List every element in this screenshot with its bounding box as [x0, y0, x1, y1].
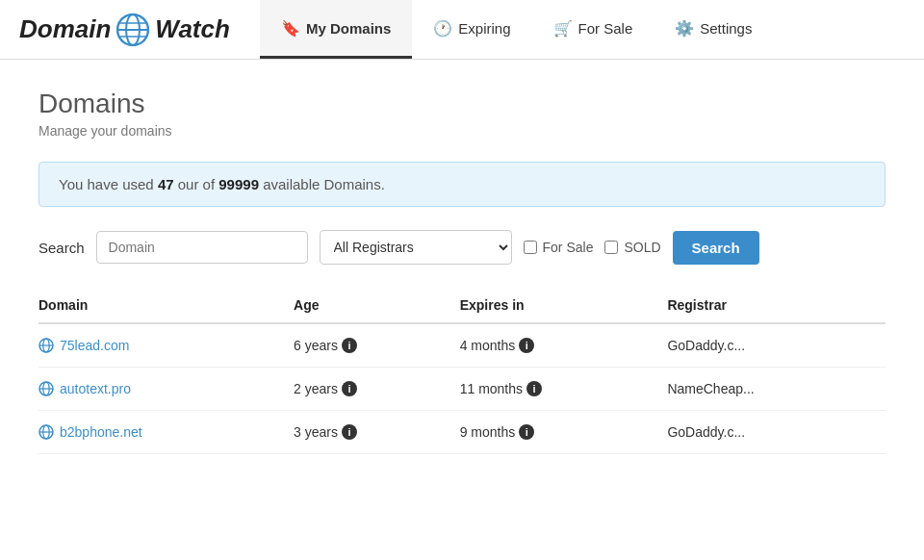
- col-expires: Expires in: [460, 288, 668, 323]
- banner-prefix: You have used: [59, 176, 158, 192]
- expires-info-icon-1[interactable]: i: [526, 381, 542, 396]
- domain-globe-icon-0: [38, 338, 54, 353]
- nav-item-expiring-label: Expiring: [458, 20, 510, 37]
- registrar-value-1: NameCheap...: [667, 381, 754, 396]
- cell-domain-0: 75lead.com: [38, 323, 294, 368]
- domain-name-0: 75lead.com: [60, 338, 129, 353]
- sold-checkbox[interactable]: [604, 241, 618, 254]
- logo[interactable]: Domain Watch: [0, 0, 260, 59]
- nav-item-settings[interactable]: ⚙️ Settings: [654, 0, 773, 59]
- table-row: 75lead.com 6 years i 4 months i GoDaddy.…: [38, 323, 886, 368]
- age-value-0: 6 years: [294, 338, 338, 353]
- nav-item-my-domains-label: My Domains: [306, 20, 391, 37]
- for-sale-label: For Sale: [543, 240, 594, 255]
- cell-expires-2: 9 months i: [460, 411, 668, 454]
- banner-used: 47: [158, 176, 174, 192]
- table-header: Domain Age Expires in Registrar: [38, 288, 886, 323]
- domain-globe-icon-1: [38, 381, 54, 396]
- domain-name-2: b2bphone.net: [60, 424, 142, 440]
- nav-item-for-sale-label: For Sale: [578, 20, 633, 37]
- age-value-2: 3 years: [294, 424, 338, 440]
- expires-value-2: 9 months: [460, 424, 516, 440]
- my-domains-icon: 🔖: [281, 19, 300, 38]
- registrar-value-2: GoDaddy.c...: [667, 424, 745, 440]
- age-value-1: 2 years: [294, 381, 338, 396]
- col-domain: Domain: [38, 288, 294, 323]
- table-body: 75lead.com 6 years i 4 months i GoDaddy.…: [38, 323, 886, 454]
- registrar-value-0: GoDaddy.c...: [667, 338, 745, 353]
- banner-suffix: available Domains.: [259, 176, 385, 192]
- info-banner: You have used 47 our of 99999 available …: [38, 162, 886, 207]
- main-content: Domains Manage your domains You have use…: [0, 60, 924, 560]
- domain-name-1: autotext.pro: [60, 381, 131, 396]
- cell-domain-2: b2bphone.net: [38, 411, 294, 454]
- age-info-icon-1[interactable]: i: [342, 381, 357, 396]
- cell-age-1: 2 years i: [294, 368, 460, 411]
- expires-info-icon-2[interactable]: i: [519, 424, 534, 440]
- table-row: autotext.pro 2 years i 11 months i NameC…: [38, 368, 886, 411]
- cell-registrar-0: GoDaddy.c...: [667, 323, 886, 368]
- col-age: Age: [294, 288, 460, 323]
- cell-expires-1: 11 months i: [460, 368, 668, 411]
- age-info-icon-0[interactable]: i: [342, 338, 357, 353]
- main-nav: 🔖 My Domains 🕐 Expiring 🛒 For Sale ⚙️ Se…: [260, 0, 773, 59]
- registrar-select[interactable]: All Registrars GoDaddy NameCheap Google …: [320, 230, 512, 265]
- domain-globe-icon-2: [38, 424, 54, 440]
- cell-registrar-1: NameCheap...: [667, 368, 886, 411]
- expiring-icon: 🕐: [433, 19, 452, 38]
- domain-link-2[interactable]: b2bphone.net: [38, 424, 282, 440]
- expires-value-1: 11 months: [460, 381, 523, 396]
- settings-icon: ⚙️: [675, 19, 694, 38]
- expires-info-icon-0[interactable]: i: [519, 338, 534, 353]
- page-subtitle: Manage your domains: [38, 123, 886, 139]
- domain-link-1[interactable]: autotext.pro: [38, 381, 282, 396]
- nav-item-my-domains[interactable]: 🔖 My Domains: [260, 0, 412, 59]
- for-sale-icon: 🛒: [553, 19, 573, 38]
- col-registrar: Registrar: [667, 288, 886, 323]
- cell-expires-0: 4 months i: [460, 323, 668, 368]
- search-input[interactable]: [96, 231, 308, 264]
- nav-item-settings-label: Settings: [700, 20, 752, 37]
- table-row: b2bphone.net 3 years i 9 months i GoDadd…: [38, 411, 886, 454]
- page-title: Domains: [38, 89, 886, 119]
- domains-table: Domain Age Expires in Registrar 75lead.c…: [38, 288, 886, 454]
- cell-age-0: 6 years i: [294, 323, 460, 368]
- for-sale-checkbox[interactable]: [524, 241, 537, 254]
- header: Domain Watch 🔖 My Domains 🕐 Expiring 🛒 F…: [0, 0, 924, 60]
- banner-limit: 99999: [218, 176, 259, 192]
- cell-domain-1: autotext.pro: [38, 368, 294, 411]
- expires-value-0: 4 months: [460, 338, 516, 353]
- cell-registrar-2: GoDaddy.c...: [667, 411, 886, 454]
- logo-text-italic: Domain: [19, 14, 111, 44]
- search-row: Search All Registrars GoDaddy NameCheap …: [38, 230, 886, 265]
- logo-text-normal: Watch: [155, 14, 230, 44]
- sold-label: SOLD: [624, 240, 660, 255]
- globe-logo-icon: [116, 13, 149, 46]
- domain-link-0[interactable]: 75lead.com: [38, 338, 282, 353]
- age-info-icon-2[interactable]: i: [342, 424, 357, 440]
- nav-item-for-sale[interactable]: 🛒 For Sale: [532, 0, 654, 59]
- search-label: Search: [38, 240, 85, 256]
- sold-checkbox-group: SOLD: [604, 240, 660, 255]
- cell-age-2: 3 years i: [294, 411, 460, 454]
- for-sale-checkbox-group: For Sale: [524, 240, 594, 255]
- search-button[interactable]: Search: [673, 231, 759, 265]
- nav-item-expiring[interactable]: 🕐 Expiring: [412, 0, 531, 59]
- banner-middle: our of: [174, 176, 219, 192]
